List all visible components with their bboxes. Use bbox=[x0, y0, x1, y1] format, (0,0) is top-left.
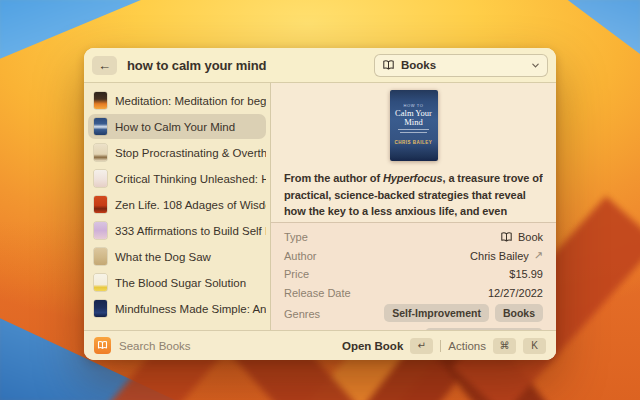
meta-label: Release Date bbox=[284, 287, 351, 299]
launcher-window: ← how to calm your mind Books Meditation… bbox=[84, 48, 556, 360]
genre-tag: Self-Improvement bbox=[384, 304, 489, 322]
k-key-badge: K bbox=[523, 338, 546, 354]
return-key-badge: ↵ bbox=[410, 338, 433, 354]
meta-value-price: $15.99 bbox=[509, 268, 543, 280]
book-cover-thumb-icon bbox=[94, 222, 107, 239]
book-description: From the author of Hyperfocus, a treasur… bbox=[284, 170, 543, 221]
book-cover-image: HOW TO Calm Your Mind CHRIS BAILEY bbox=[390, 90, 438, 161]
search-input[interactable]: how to calm your mind bbox=[127, 58, 266, 73]
list-item-label: Critical Thinking Unleashed: Ho... bbox=[115, 173, 266, 185]
list-item[interactable]: Meditation: Meditation for begin... bbox=[88, 88, 266, 113]
list-item[interactable]: Stop Procrastinating & Overthin... bbox=[88, 140, 266, 165]
meta-row-author: Author Chris Bailey ↗ bbox=[284, 247, 543, 266]
list-item[interactable]: Mindfulness Made Simple: An In... bbox=[88, 296, 266, 321]
list-item[interactable]: 333 Affirmations to Build Self Es... bbox=[88, 218, 266, 243]
open-book-button[interactable]: Open Book bbox=[342, 340, 403, 352]
book-cover-thumb-icon bbox=[94, 196, 107, 213]
book-cover-thumb-icon bbox=[94, 92, 107, 109]
list-item-label: Mindfulness Made Simple: An In... bbox=[115, 303, 266, 315]
cover-subtitle-line bbox=[400, 132, 428, 133]
list-item-label: The Blood Sugar Solution bbox=[115, 277, 246, 289]
meta-row-price: Price $15.99 bbox=[284, 265, 543, 284]
meta-row-release-date: Release Date 12/27/2022 bbox=[284, 284, 543, 303]
list-item[interactable]: What the Dog Saw bbox=[88, 244, 266, 269]
open-book-icon bbox=[500, 231, 513, 244]
footer-actions: Open Book ↵ Actions ⌘ K bbox=[342, 338, 546, 354]
cover-subtitle-line bbox=[398, 129, 430, 130]
meta-label: Price bbox=[284, 268, 309, 280]
cover-section: HOW TO Calm Your Mind CHRIS BAILEY bbox=[271, 83, 556, 170]
collection-dropdown[interactable]: Books bbox=[374, 54, 548, 77]
arrow-left-icon: ← bbox=[98, 58, 111, 73]
content: Meditation: Meditation for begin... How … bbox=[84, 83, 556, 330]
action-bar: Search Books Open Book ↵ Actions ⌘ K bbox=[84, 330, 556, 360]
open-book-icon bbox=[97, 340, 108, 351]
book-cover-thumb-icon bbox=[94, 170, 107, 187]
meta-row-type: Type Book bbox=[284, 228, 543, 247]
arrow-up-right-icon: ↗ bbox=[534, 249, 543, 262]
book-cover-thumb-icon bbox=[94, 248, 107, 265]
detail-panel: HOW TO Calm Your Mind CHRIS BAILEY From … bbox=[271, 83, 556, 330]
cover-kicker: HOW TO bbox=[390, 90, 438, 108]
list-item[interactable]: Critical Thinking Unleashed: Ho... bbox=[88, 166, 266, 191]
search-books-app-icon bbox=[94, 337, 111, 354]
book-title-emphasis: Hyperfocus bbox=[383, 172, 443, 184]
meta-label: Author bbox=[284, 250, 316, 262]
genre-tag: Books bbox=[495, 304, 543, 322]
list-item[interactable]: Zen Life. 108 Adages of Wisdom bbox=[88, 192, 266, 217]
meta-label: Genres bbox=[284, 308, 320, 320]
book-cover-thumb-icon bbox=[94, 118, 107, 135]
collection-dropdown-label: Books bbox=[401, 59, 436, 71]
meta-value-type: Book bbox=[500, 231, 543, 244]
list-item-label: Stop Procrastinating & Overthin... bbox=[115, 147, 266, 159]
meta-label: Type bbox=[284, 231, 308, 243]
list-item-label: What the Dog Saw bbox=[115, 251, 211, 263]
results-list: Meditation: Meditation for begin... How … bbox=[84, 83, 271, 330]
divider bbox=[440, 340, 441, 352]
book-cover-thumb-icon bbox=[94, 144, 107, 161]
chevron-down-icon bbox=[531, 61, 540, 70]
command-name: Search Books bbox=[119, 340, 191, 352]
list-item-label: 333 Affirmations to Build Self Es... bbox=[115, 225, 266, 237]
list-item-label: How to Calm Your Mind bbox=[115, 121, 235, 133]
cover-author: CHRIS BAILEY bbox=[390, 140, 438, 145]
search-header: ← how to calm your mind Books bbox=[84, 48, 556, 83]
list-item-label: Zen Life. 108 Adages of Wisdom bbox=[115, 199, 266, 211]
book-cover-thumb-icon bbox=[94, 274, 107, 291]
author-link[interactable]: Chris Bailey ↗ bbox=[470, 249, 543, 262]
command-key-badge: ⌘ bbox=[493, 338, 516, 354]
open-book-icon bbox=[382, 59, 395, 72]
desktop: ← how to calm your mind Books Meditation… bbox=[0, 0, 640, 400]
actions-button[interactable]: Actions bbox=[448, 340, 486, 352]
list-item-selected[interactable]: How to Calm Your Mind bbox=[88, 114, 266, 139]
back-button[interactable]: ← bbox=[92, 56, 117, 75]
cover-title: Calm Your Mind bbox=[390, 109, 438, 127]
list-item-label: Meditation: Meditation for begin... bbox=[115, 95, 266, 107]
book-cover-thumb-icon bbox=[94, 300, 107, 317]
meta-value-release-date: 12/27/2022 bbox=[488, 287, 543, 299]
list-item[interactable]: The Blood Sugar Solution bbox=[88, 270, 266, 295]
